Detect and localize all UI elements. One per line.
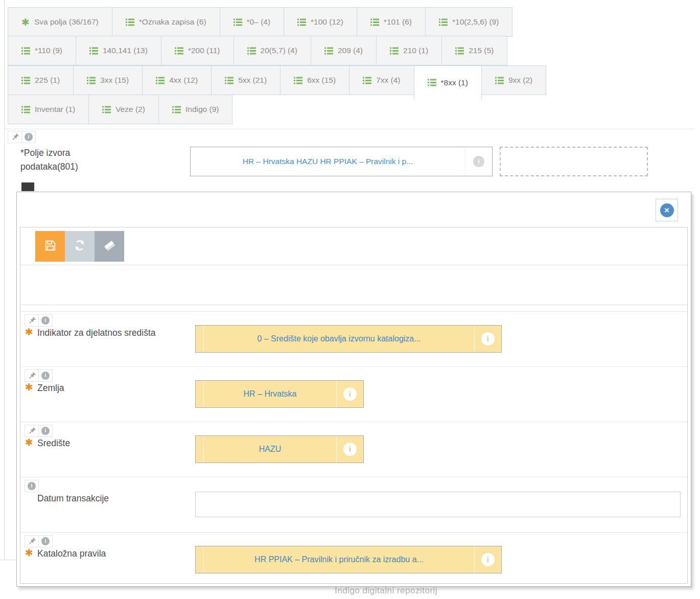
gavel-icon[interactable] [25, 425, 39, 437]
tab-10-2-5-6-9[interactable]: *10(2,5,6) (9) [425, 7, 512, 37]
list-icon [297, 18, 306, 26]
tab-label: 209 (4) [338, 46, 363, 55]
gavel-icon[interactable] [25, 314, 39, 327]
tab-row-1: ✱Sva polja (36/167)*Oznaka zapisa (6)*0–… [8, 7, 512, 37]
field-801-info-button[interactable]: i [465, 147, 492, 176]
tab-veze-2[interactable]: Veze (2) [88, 95, 159, 124]
info-icon[interactable]: i [25, 480, 39, 492]
tab-label: 215 (5) [469, 46, 494, 55]
value-info-button[interactable]: i [474, 546, 501, 573]
value-info-button[interactable]: i [474, 326, 501, 352]
tab-100-12[interactable]: *100 (12) [284, 7, 357, 37]
datum-transakcije-input[interactable] [195, 492, 681, 517]
tab-label: *0– (4) [247, 17, 271, 27]
tab-0-4[interactable]: *0– (4) [220, 7, 285, 37]
tab-row-2: *110 (9)140,141 (13)*200 (11)20(5,7) (4)… [8, 36, 507, 65]
list-icon [370, 18, 379, 26]
tab-4xx-12[interactable]: 4xx (12) [142, 65, 212, 95]
gavel-icon[interactable] [25, 370, 39, 382]
eraser-button[interactable] [95, 231, 124, 262]
row-actions: i [25, 370, 52, 382]
subfield-header-area [20, 265, 687, 305]
list-icon [172, 106, 181, 113]
field-801-actions: i [8, 131, 35, 143]
tab-8xx-1[interactable]: *8xx (1) [414, 65, 482, 99]
modal-close-button[interactable]: ✕ [656, 199, 678, 221]
tab-label: 7xx (4) [376, 76, 400, 85]
tab-200-11[interactable]: *200 (11) [161, 36, 234, 65]
tab-225-1[interactable]: 225 (1) [8, 65, 74, 95]
list-icon [363, 77, 371, 84]
list-icon [247, 47, 256, 55]
field-801-add-slot[interactable] [500, 147, 648, 176]
tab-label: *200 (11) [188, 46, 220, 55]
tab-140-141-13[interactable]: 140,141 (13) [76, 36, 161, 65]
tab-101-6[interactable]: *101 (6) [357, 7, 426, 37]
field-801-value-button[interactable]: HR – Hrvatska HAZU HR PPIAK – Pravilnik … [190, 147, 493, 176]
list-icon [21, 77, 30, 84]
subfield-form: i ✱ Indikator za djelatnos središta 0 – … [20, 227, 688, 584]
list-icon [234, 18, 242, 26]
tab-oznaka-zapisa-6[interactable]: *Oznaka zapisa (6) [112, 7, 220, 37]
tab-9xx-2[interactable]: 9xx (2) [481, 65, 546, 95]
srediste-value-button[interactable]: HAZU i [195, 435, 364, 463]
field-row-datum: i Datum transakcije [20, 477, 687, 533]
list-icon [294, 77, 302, 84]
gavel-icon[interactable] [8, 131, 22, 143]
value-info-button[interactable]: i [336, 381, 363, 407]
drag-handle[interactable] [21, 182, 34, 191]
tab-210-1[interactable]: 210 (1) [376, 36, 442, 65]
refresh-button[interactable] [65, 231, 95, 262]
list-icon [439, 18, 448, 26]
field-label: Središte [37, 436, 160, 450]
info-icon-glyph: i [25, 133, 33, 141]
required-asterisk-icon: ✱ [25, 327, 33, 337]
tab-label: Inventar (1) [35, 105, 75, 114]
value-info-button[interactable]: i [336, 436, 363, 463]
tab-5xx-21[interactable]: 5xx (21) [211, 65, 281, 95]
gavel-icon[interactable] [25, 535, 39, 547]
tab-label: Sva polja (36/167) [34, 17, 99, 27]
field-value-text: HR – Hrvatska [204, 381, 336, 407]
tab-7xx-4[interactable]: 7xx (4) [349, 65, 414, 95]
row-actions: i [25, 480, 38, 492]
info-icon: i [343, 387, 357, 401]
info-icon[interactable]: i [38, 370, 53, 382]
modal-toolbar [20, 227, 687, 265]
info-icon-glyph: i [41, 372, 50, 380]
tab-indigo-9[interactable]: Indigo (9) [158, 95, 232, 124]
info-icon[interactable]: i [38, 314, 53, 327]
tab-215-5[interactable]: 215 (5) [441, 36, 507, 65]
required-asterisk-icon: ✱ [25, 437, 33, 447]
info-icon[interactable]: i [21, 131, 36, 143]
tab-label: 9xx (2) [508, 76, 532, 85]
footer-text: Indigo digitalni repozitorij [335, 586, 437, 596]
tab-209-4[interactable]: 209 (4) [311, 36, 377, 65]
row-actions: i [25, 314, 52, 327]
form-bottom-border [0, 560, 17, 560]
tab-20-5-7-4[interactable]: 20(5,7) (4) [234, 36, 311, 65]
field-801-label: *Polje izvora podataka(801) [20, 146, 102, 174]
field-value-text: HR PPIAK – Pravilnik i priručnik za izra… [204, 546, 474, 573]
save-icon [44, 239, 57, 254]
katalozna-value-button[interactable]: HR PPIAK – Pravilnik i priručnik za izra… [195, 546, 502, 573]
indikator-value-button[interactable]: 0 – Središte koje obavlja izvornu katalo… [195, 325, 502, 353]
tab-label: Indigo (9) [185, 105, 219, 114]
list-icon [428, 79, 436, 86]
zemlja-value-button[interactable]: HR – Hrvatska i [195, 380, 364, 408]
info-icon: i [343, 443, 357, 456]
tab-label: *100 (12) [311, 17, 343, 27]
tab-sva-polja-36-167[interactable]: ✱Sva polja (36/167) [8, 7, 112, 37]
page-left-border [4, 0, 5, 560]
tab-110-9[interactable]: *110 (9) [8, 36, 76, 65]
tab-inventar-1[interactable]: Inventar (1) [8, 95, 89, 124]
info-icon[interactable]: i [38, 425, 53, 437]
close-icon: ✕ [660, 203, 674, 217]
info-icon[interactable]: i [38, 535, 53, 547]
list-icon [89, 47, 98, 55]
tab-6xx-15[interactable]: 6xx (15) [280, 65, 349, 95]
tab-3xx-15[interactable]: 3xx (15) [73, 65, 143, 95]
save-button[interactable] [35, 231, 65, 262]
info-icon-glyph: i [41, 316, 50, 325]
field-label: Datum transakcije [37, 492, 160, 505]
